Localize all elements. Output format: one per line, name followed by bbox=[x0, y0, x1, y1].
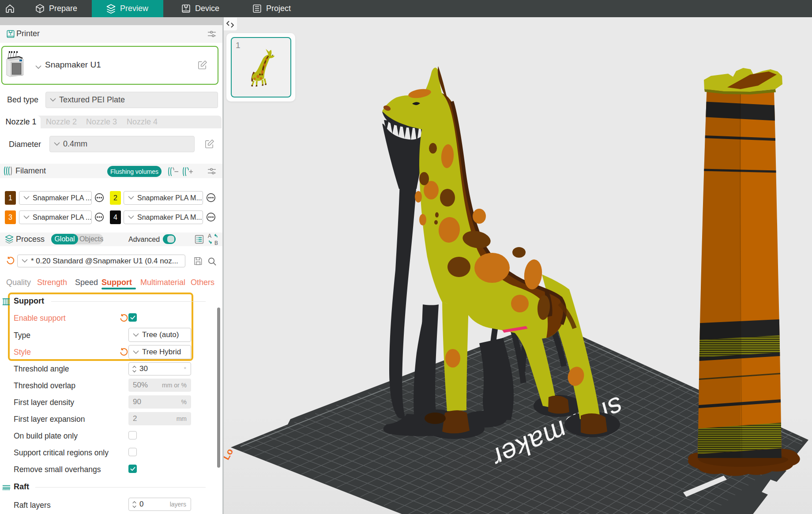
svg-text:A: A bbox=[208, 233, 211, 239]
svg-text:B: B bbox=[214, 240, 218, 245]
